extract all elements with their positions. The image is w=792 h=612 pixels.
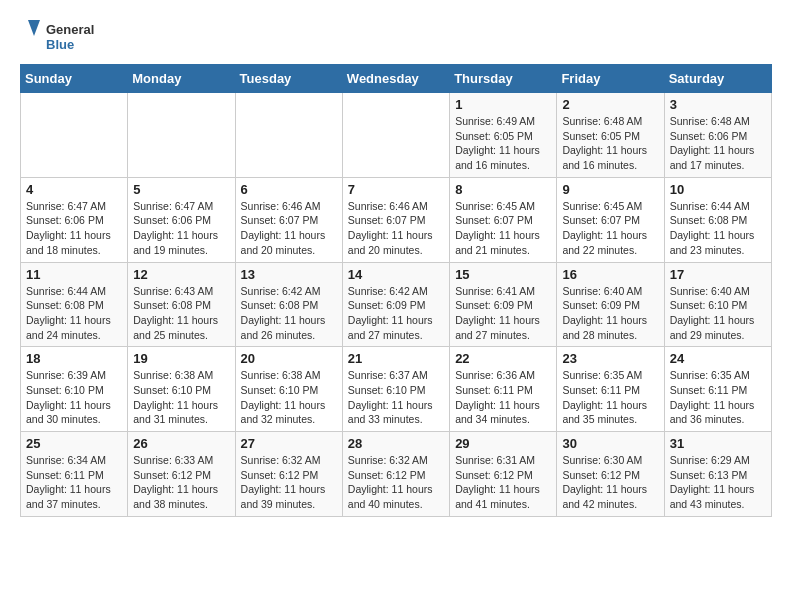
day-cell: 13Sunrise: 6:42 AMSunset: 6:08 PMDayligh… xyxy=(235,262,342,347)
day-number: 4 xyxy=(26,182,122,197)
day-info: Sunrise: 6:47 AMSunset: 6:06 PMDaylight:… xyxy=(133,199,229,258)
day-cell: 6Sunrise: 6:46 AMSunset: 6:07 PMDaylight… xyxy=(235,177,342,262)
weekday-header-tuesday: Tuesday xyxy=(235,65,342,93)
day-info: Sunrise: 6:42 AMSunset: 6:09 PMDaylight:… xyxy=(348,284,444,343)
logo: General Blue xyxy=(20,16,100,56)
day-info: Sunrise: 6:44 AMSunset: 6:08 PMDaylight:… xyxy=(26,284,122,343)
weekday-header-saturday: Saturday xyxy=(664,65,771,93)
day-info: Sunrise: 6:44 AMSunset: 6:08 PMDaylight:… xyxy=(670,199,766,258)
day-cell: 30Sunrise: 6:30 AMSunset: 6:12 PMDayligh… xyxy=(557,432,664,517)
day-info: Sunrise: 6:32 AMSunset: 6:12 PMDaylight:… xyxy=(241,453,337,512)
day-cell: 24Sunrise: 6:35 AMSunset: 6:11 PMDayligh… xyxy=(664,347,771,432)
day-cell: 25Sunrise: 6:34 AMSunset: 6:11 PMDayligh… xyxy=(21,432,128,517)
day-number: 23 xyxy=(562,351,658,366)
day-cell: 27Sunrise: 6:32 AMSunset: 6:12 PMDayligh… xyxy=(235,432,342,517)
day-number: 1 xyxy=(455,97,551,112)
day-info: Sunrise: 6:41 AMSunset: 6:09 PMDaylight:… xyxy=(455,284,551,343)
day-number: 27 xyxy=(241,436,337,451)
day-number: 20 xyxy=(241,351,337,366)
day-info: Sunrise: 6:29 AMSunset: 6:13 PMDaylight:… xyxy=(670,453,766,512)
day-cell: 21Sunrise: 6:37 AMSunset: 6:10 PMDayligh… xyxy=(342,347,449,432)
day-cell: 29Sunrise: 6:31 AMSunset: 6:12 PMDayligh… xyxy=(450,432,557,517)
logo-svg: General Blue xyxy=(20,16,100,56)
day-cell xyxy=(21,93,128,178)
day-info: Sunrise: 6:43 AMSunset: 6:08 PMDaylight:… xyxy=(133,284,229,343)
day-number: 26 xyxy=(133,436,229,451)
day-info: Sunrise: 6:30 AMSunset: 6:12 PMDaylight:… xyxy=(562,453,658,512)
day-cell: 19Sunrise: 6:38 AMSunset: 6:10 PMDayligh… xyxy=(128,347,235,432)
day-cell: 22Sunrise: 6:36 AMSunset: 6:11 PMDayligh… xyxy=(450,347,557,432)
day-cell: 7Sunrise: 6:46 AMSunset: 6:07 PMDaylight… xyxy=(342,177,449,262)
day-number: 11 xyxy=(26,267,122,282)
day-cell: 20Sunrise: 6:38 AMSunset: 6:10 PMDayligh… xyxy=(235,347,342,432)
day-info: Sunrise: 6:40 AMSunset: 6:10 PMDaylight:… xyxy=(670,284,766,343)
day-info: Sunrise: 6:39 AMSunset: 6:10 PMDaylight:… xyxy=(26,368,122,427)
weekday-header-thursday: Thursday xyxy=(450,65,557,93)
day-number: 28 xyxy=(348,436,444,451)
day-info: Sunrise: 6:46 AMSunset: 6:07 PMDaylight:… xyxy=(348,199,444,258)
svg-text:Blue: Blue xyxy=(46,37,74,52)
day-info: Sunrise: 6:36 AMSunset: 6:11 PMDaylight:… xyxy=(455,368,551,427)
calendar-table: SundayMondayTuesdayWednesdayThursdayFrid… xyxy=(20,64,772,517)
day-number: 12 xyxy=(133,267,229,282)
week-row-3: 11Sunrise: 6:44 AMSunset: 6:08 PMDayligh… xyxy=(21,262,772,347)
day-number: 29 xyxy=(455,436,551,451)
day-number: 14 xyxy=(348,267,444,282)
day-cell: 15Sunrise: 6:41 AMSunset: 6:09 PMDayligh… xyxy=(450,262,557,347)
day-cell: 2Sunrise: 6:48 AMSunset: 6:05 PMDaylight… xyxy=(557,93,664,178)
day-cell: 9Sunrise: 6:45 AMSunset: 6:07 PMDaylight… xyxy=(557,177,664,262)
day-cell: 18Sunrise: 6:39 AMSunset: 6:10 PMDayligh… xyxy=(21,347,128,432)
week-row-2: 4Sunrise: 6:47 AMSunset: 6:06 PMDaylight… xyxy=(21,177,772,262)
weekday-header-wednesday: Wednesday xyxy=(342,65,449,93)
day-cell: 16Sunrise: 6:40 AMSunset: 6:09 PMDayligh… xyxy=(557,262,664,347)
day-info: Sunrise: 6:49 AMSunset: 6:05 PMDaylight:… xyxy=(455,114,551,173)
day-info: Sunrise: 6:38 AMSunset: 6:10 PMDaylight:… xyxy=(241,368,337,427)
day-cell: 11Sunrise: 6:44 AMSunset: 6:08 PMDayligh… xyxy=(21,262,128,347)
day-number: 9 xyxy=(562,182,658,197)
day-number: 24 xyxy=(670,351,766,366)
day-number: 19 xyxy=(133,351,229,366)
day-cell: 10Sunrise: 6:44 AMSunset: 6:08 PMDayligh… xyxy=(664,177,771,262)
day-cell: 23Sunrise: 6:35 AMSunset: 6:11 PMDayligh… xyxy=(557,347,664,432)
day-cell: 28Sunrise: 6:32 AMSunset: 6:12 PMDayligh… xyxy=(342,432,449,517)
weekday-header-row: SundayMondayTuesdayWednesdayThursdayFrid… xyxy=(21,65,772,93)
day-info: Sunrise: 6:45 AMSunset: 6:07 PMDaylight:… xyxy=(562,199,658,258)
day-info: Sunrise: 6:31 AMSunset: 6:12 PMDaylight:… xyxy=(455,453,551,512)
day-number: 3 xyxy=(670,97,766,112)
day-number: 21 xyxy=(348,351,444,366)
day-info: Sunrise: 6:33 AMSunset: 6:12 PMDaylight:… xyxy=(133,453,229,512)
week-row-1: 1Sunrise: 6:49 AMSunset: 6:05 PMDaylight… xyxy=(21,93,772,178)
day-cell: 31Sunrise: 6:29 AMSunset: 6:13 PMDayligh… xyxy=(664,432,771,517)
day-number: 31 xyxy=(670,436,766,451)
day-info: Sunrise: 6:40 AMSunset: 6:09 PMDaylight:… xyxy=(562,284,658,343)
day-number: 8 xyxy=(455,182,551,197)
week-row-4: 18Sunrise: 6:39 AMSunset: 6:10 PMDayligh… xyxy=(21,347,772,432)
day-info: Sunrise: 6:32 AMSunset: 6:12 PMDaylight:… xyxy=(348,453,444,512)
day-number: 16 xyxy=(562,267,658,282)
day-number: 6 xyxy=(241,182,337,197)
weekday-header-monday: Monday xyxy=(128,65,235,93)
header: General Blue xyxy=(20,16,772,56)
day-number: 17 xyxy=(670,267,766,282)
day-cell: 17Sunrise: 6:40 AMSunset: 6:10 PMDayligh… xyxy=(664,262,771,347)
svg-text:General: General xyxy=(46,22,94,37)
day-number: 5 xyxy=(133,182,229,197)
day-cell xyxy=(128,93,235,178)
day-number: 2 xyxy=(562,97,658,112)
week-row-5: 25Sunrise: 6:34 AMSunset: 6:11 PMDayligh… xyxy=(21,432,772,517)
svg-marker-2 xyxy=(28,20,40,36)
day-number: 18 xyxy=(26,351,122,366)
day-number: 22 xyxy=(455,351,551,366)
day-cell xyxy=(235,93,342,178)
day-cell: 4Sunrise: 6:47 AMSunset: 6:06 PMDaylight… xyxy=(21,177,128,262)
day-info: Sunrise: 6:34 AMSunset: 6:11 PMDaylight:… xyxy=(26,453,122,512)
day-number: 25 xyxy=(26,436,122,451)
day-cell: 26Sunrise: 6:33 AMSunset: 6:12 PMDayligh… xyxy=(128,432,235,517)
day-info: Sunrise: 6:46 AMSunset: 6:07 PMDaylight:… xyxy=(241,199,337,258)
day-cell: 8Sunrise: 6:45 AMSunset: 6:07 PMDaylight… xyxy=(450,177,557,262)
day-cell: 12Sunrise: 6:43 AMSunset: 6:08 PMDayligh… xyxy=(128,262,235,347)
day-info: Sunrise: 6:35 AMSunset: 6:11 PMDaylight:… xyxy=(670,368,766,427)
day-info: Sunrise: 6:48 AMSunset: 6:06 PMDaylight:… xyxy=(670,114,766,173)
day-cell: 3Sunrise: 6:48 AMSunset: 6:06 PMDaylight… xyxy=(664,93,771,178)
day-cell: 1Sunrise: 6:49 AMSunset: 6:05 PMDaylight… xyxy=(450,93,557,178)
